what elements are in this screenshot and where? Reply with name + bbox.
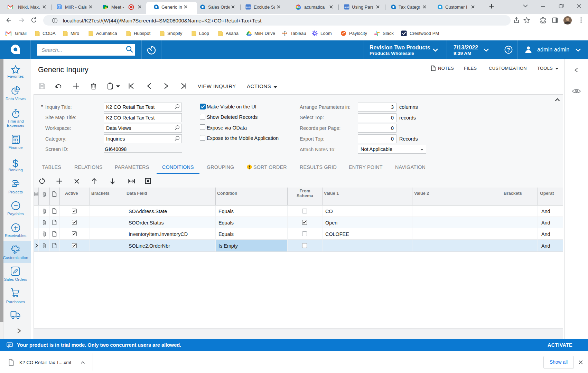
svg-text:AUG: AUG — [344, 6, 349, 8]
svg-text:13: 13 — [58, 6, 60, 9]
svg-text:AUG: AUG — [246, 6, 251, 8]
svg-text:?: ? — [507, 47, 510, 52]
